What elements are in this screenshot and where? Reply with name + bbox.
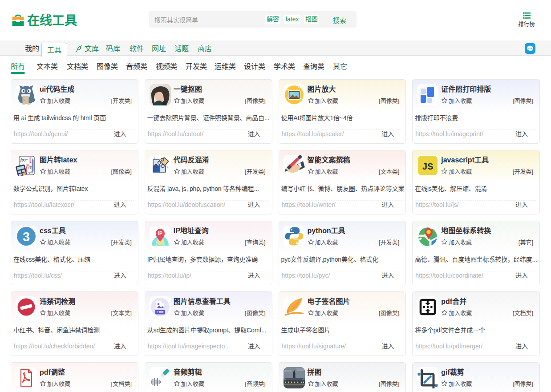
svg-text:3: 3 [23, 230, 30, 244]
svg-text:[: [ [29, 156, 32, 163]
svg-text:JS: JS [422, 162, 433, 171]
svg-text:f(x)=: f(x)= [20, 158, 28, 162]
svg-text:EXIF: EXIF [156, 310, 164, 314]
svg-text:IP: IP [158, 230, 162, 236]
svg-text:e²: e² [28, 170, 32, 174]
